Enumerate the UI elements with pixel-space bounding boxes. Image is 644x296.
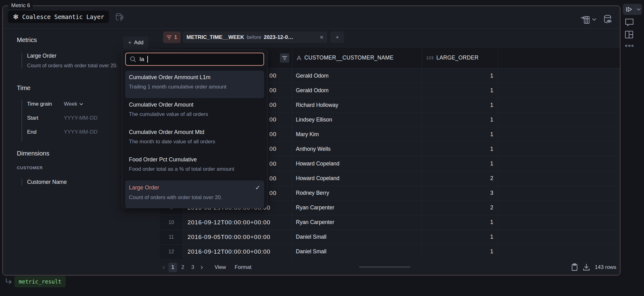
semantic-layer-cell: Metric 6 ❄ Coalesce Semantic Layer [2,6,620,275]
customer-name-cell: Anthony Wells [292,142,422,156]
customer-name-cell: Rodney Berry [292,186,422,200]
metric-name: Large Order [27,53,127,59]
customer-name-cell: Gerald Odom [292,69,422,83]
selected-metric[interactable]: Large Order Count of orders with order t… [21,53,127,69]
run-cell-button-group [623,4,642,15]
search-icon [130,56,136,63]
page-1-button[interactable]: 1 [168,263,177,272]
option-title: Cumulative Order Amount Mtd [129,129,204,136]
view-button[interactable]: View [215,264,226,270]
page-2-button[interactable]: 2 [178,263,187,272]
number-type-icon: 123 [426,55,433,60]
metric-option[interactable]: Cumulative Order Ammount L1m Trailing 1 … [125,71,264,98]
search-text: la [140,56,144,63]
chevron-down-icon[interactable] [592,18,596,21]
metric-description: Count of orders with order total over 20… [27,63,127,69]
dimension-group-label: CUSTOMER [17,165,43,170]
row-index: 10 [160,215,183,230]
time-settings: Time grain Week Start YYYY-MM-DD End YYY… [21,99,127,141]
time-heading: Time [17,84,31,92]
end-date-input[interactable]: YYYY-MM-DD [64,129,97,135]
date-fragment: 00 [269,102,277,108]
start-date-input[interactable]: YYYY-MM-DD [64,115,97,121]
large-order-cell: 2 [422,201,498,215]
metric-option[interactable]: Cumulative Order Amount The cumulative v… [125,98,264,126]
add-button-label: Add [134,40,143,46]
table-row: 10 2016-09-12T00:00:00+00:00 Ryan Carpen… [160,215,620,230]
column-filter-button[interactable] [280,53,289,63]
empty-cell [498,98,620,112]
empty-cell [498,142,620,156]
empty-cell [498,245,620,259]
table-row: 11 2016-09-05T00:00:00+00:00 Daniel Smal… [160,230,620,245]
filter-count-badge[interactable]: 1 [163,31,181,43]
download-icon[interactable] [583,263,590,271]
option-description: Food order total as a % of total order a… [129,166,260,172]
filter-value: 2023-12-0… [264,34,293,41]
text-cursor [147,56,148,63]
app-chip: ❄ Coalesce Semantic Layer [8,11,109,23]
database-lightning-icon[interactable] [114,12,125,22]
large-order-cell: 1 [422,230,498,244]
filter-count: 1 [174,34,177,41]
empty-cell [498,112,620,127]
output-variable-chip[interactable]: metric_result [14,276,66,287]
date-fragment: 00 [269,175,277,182]
run-options-button[interactable] [635,8,642,11]
metric-option-selected[interactable]: Large Order ✓ Count of orders with order… [125,180,264,208]
table-row: 12 2016-09-12T00:00:00+00:00 Daniel Smal… [160,245,620,259]
layout-panels-icon[interactable] [625,31,633,39]
empty-cell [498,186,620,200]
metric-option[interactable]: Cumulative Order Amount Mtd The month to… [125,126,264,153]
remove-filter-icon[interactable]: ✕ [320,35,324,40]
add-filter-button[interactable]: + [330,31,344,43]
large-order-cell: 1 [422,245,498,259]
row-index: 12 [160,245,183,259]
snowflake-icon: ❄ [13,13,19,21]
dimensions-heading: Dimensions [17,150,49,157]
chevron-down-icon [79,103,83,105]
copy-icon[interactable] [571,263,578,271]
option-description: Trailing 1 month cumulative order amount [129,84,260,90]
next-page-button[interactable]: › [198,263,206,271]
date-fragment: 00 [269,146,277,152]
date-fragment: 00 [269,160,277,167]
large-order-column-header[interactable]: 123 LARGE_ORDER [422,47,498,68]
customer-name-cell: Ryan Carpenter [292,215,422,230]
metric-search-dropdown: la Cumulative Order Ammount L1m Trailing… [122,49,268,208]
prev-page-button[interactable]: ‹ [160,263,168,271]
customer-name-column-header[interactable]: A CUSTOMER__CUSTOMER_NAME [292,47,422,68]
comment-icon[interactable] [625,17,634,27]
selected-dimension[interactable]: Customer Name [21,179,127,185]
app-chip-label: Coalesce Semantic Layer [22,13,104,20]
table-footer: ‹ 1 2 3 › View Format [160,259,620,275]
preview-data-icon[interactable] [603,14,614,25]
header-divider [3,28,620,29]
metric-option[interactable]: Food Order Pct Cumulative Food order tot… [125,153,264,180]
large-order-cell: 1 [422,83,498,98]
page-3-button[interactable]: 3 [188,263,197,272]
customer-name-cell: Richard Holloway [292,98,422,112]
filter-chip[interactable]: METRIC_TIME__WEEK before 2023-12-0… ✕ [183,31,327,43]
option-description: The month to date value of all orders [129,139,260,145]
row-count-label: 143 rows [595,264,616,270]
time-grain-select[interactable]: Week [64,101,83,107]
metric-time-cell: 2016-09-12T00:00:00+00:00 [183,245,292,259]
option-title: Cumulative Order Amount [129,102,193,108]
run-cell-button[interactable] [623,7,635,12]
row-index: 11 [160,230,183,244]
empty-cell [498,69,620,83]
customer-name-cell: Howard Copeland [292,156,422,171]
add-metric-button[interactable]: + Add [123,36,148,49]
format-button[interactable]: Format [235,264,252,270]
option-title: Cumulative Order Ammount L1m [129,74,211,81]
customer-name-cell: Daniel Small [292,230,422,244]
customer-name-cell: Gerald Odom [292,83,422,98]
plus-icon: + [128,39,131,46]
date-fragment: 00 [269,72,277,79]
more-options-icon[interactable] [625,44,634,47]
insert-table-icon[interactable] [580,15,590,25]
metric-search-input[interactable]: la [125,53,264,66]
horizontal-scrollbar[interactable] [359,266,410,268]
empty-cell [498,171,620,186]
